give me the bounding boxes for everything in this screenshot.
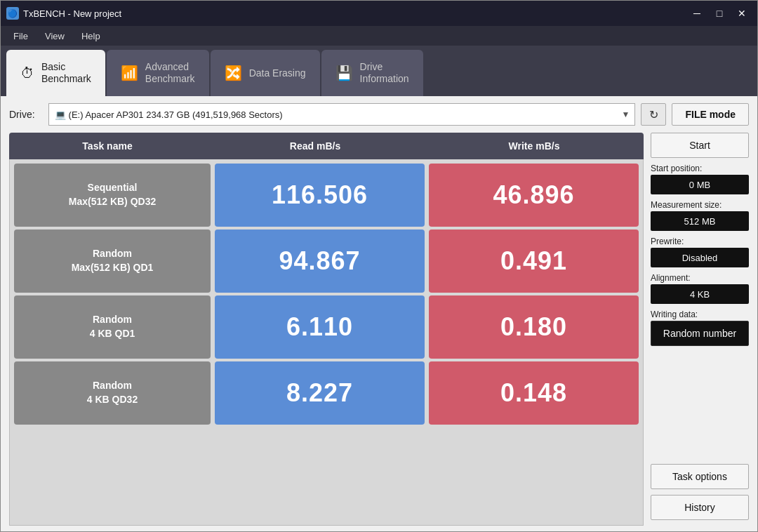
start-position-label: Start position: bbox=[651, 164, 749, 173]
tab-data-erasing[interactable]: 🔀 Data Erasing bbox=[211, 50, 320, 96]
sidebar: Start Start position: 0 MB Measurement s… bbox=[651, 133, 749, 526]
menubar: File View Help bbox=[1, 26, 757, 46]
titlebar-title: TxBENCH - New project bbox=[23, 8, 121, 19]
table-row: Random4 KB QD32 8.227 0.148 bbox=[14, 361, 639, 425]
tab-erasing-label: Data Erasing bbox=[249, 67, 306, 79]
col-read: Read mB/s bbox=[206, 140, 425, 152]
task-name-sequential: SequentialMax(512 KB) QD32 bbox=[14, 164, 211, 227]
read-value-3: 6.110 bbox=[215, 295, 425, 359]
tab-drive-information[interactable]: 💾 DriveInformation bbox=[321, 50, 423, 96]
alignment-value: 4 KB bbox=[651, 284, 749, 304]
tab-basic-benchmark[interactable]: ⏱ BasicBenchmark bbox=[6, 50, 105, 96]
history-button[interactable]: History bbox=[651, 495, 749, 520]
task-name-random-512: RandomMax(512 KB) QD1 bbox=[14, 230, 211, 293]
write-value-4: 0.148 bbox=[429, 361, 639, 425]
write-value-2: 0.491 bbox=[429, 230, 639, 293]
table-row: SequentialMax(512 KB) QD32 116.506 46.89… bbox=[14, 164, 639, 227]
prewrite-value: Disabled bbox=[651, 248, 749, 267]
measurement-size-value: 512 MB bbox=[651, 211, 749, 231]
col-write: Write mB/s bbox=[425, 140, 644, 152]
read-value-4: 8.227 bbox=[215, 361, 425, 425]
drive-row: Drive: 💻 (E:) Apacer AP301 234.37 GB (49… bbox=[9, 103, 749, 126]
measurement-size-label: Measurement size: bbox=[651, 200, 749, 210]
basic-benchmark-icon: ⏱ bbox=[20, 65, 34, 81]
app-icon: 🔵 bbox=[6, 7, 19, 20]
table-row: Random4 KB QD1 6.110 0.180 bbox=[14, 295, 639, 359]
minimize-button[interactable]: ─ bbox=[687, 6, 707, 21]
writing-data-value[interactable]: Random number bbox=[651, 321, 749, 346]
menu-file[interactable]: File bbox=[6, 29, 35, 44]
start-position-value: 0 MB bbox=[651, 175, 749, 194]
table-header: Task name Read mB/s Write mB/s bbox=[9, 133, 644, 159]
tab-advanced-label: AdvancedBenchmark bbox=[145, 61, 195, 85]
titlebar-left: 🔵 TxBENCH - New project bbox=[6, 7, 121, 20]
read-value-2: 94.867 bbox=[215, 230, 425, 293]
titlebar-controls: ─ □ ✕ bbox=[687, 6, 752, 21]
content-body: Task name Read mB/s Write mB/s Sequentia… bbox=[9, 133, 749, 526]
prewrite-label: Prewrite: bbox=[651, 237, 749, 246]
table-row: RandomMax(512 KB) QD1 94.867 0.491 bbox=[14, 230, 639, 293]
main-content: Drive: 💻 (E:) Apacer AP301 234.37 GB (49… bbox=[1, 96, 757, 532]
write-value-1: 46.896 bbox=[429, 164, 639, 227]
tab-basic-label: BasicBenchmark bbox=[41, 61, 91, 85]
refresh-button[interactable]: ↻ bbox=[641, 103, 666, 126]
drive-information-icon: 💾 bbox=[335, 65, 353, 81]
menu-help[interactable]: Help bbox=[74, 29, 107, 44]
task-options-button[interactable]: Task options bbox=[651, 464, 749, 489]
tab-drive-label: DriveInformation bbox=[360, 61, 409, 85]
menu-view[interactable]: View bbox=[38, 29, 72, 44]
table-body: SequentialMax(512 KB) QD32 116.506 46.89… bbox=[9, 159, 644, 526]
file-mode-button[interactable]: FILE mode bbox=[672, 103, 749, 126]
tab-advanced-benchmark[interactable]: 📶 AdvancedBenchmark bbox=[107, 50, 209, 96]
col-task-name: Task name bbox=[9, 140, 206, 152]
writing-data-label: Writing data: bbox=[651, 310, 749, 319]
alignment-label: Alignment: bbox=[651, 273, 749, 283]
drive-label: Drive: bbox=[9, 109, 43, 120]
read-value-1: 116.506 bbox=[215, 164, 425, 227]
advanced-benchmark-icon: 📶 bbox=[121, 65, 138, 81]
benchmark-area: Task name Read mB/s Write mB/s Sequentia… bbox=[9, 133, 644, 526]
start-button[interactable]: Start bbox=[651, 133, 749, 158]
close-button[interactable]: ✕ bbox=[732, 6, 752, 21]
data-erasing-icon: 🔀 bbox=[225, 65, 242, 81]
tabbar: ⏱ BasicBenchmark 📶 AdvancedBenchmark 🔀 D… bbox=[1, 46, 757, 96]
drive-select-wrapper: 💻 (E:) Apacer AP301 234.37 GB (491,519,9… bbox=[48, 103, 635, 126]
maximize-button[interactable]: □ bbox=[710, 6, 729, 21]
titlebar: 🔵 TxBENCH - New project ─ □ ✕ bbox=[1, 1, 757, 26]
task-name-random-4kb-qd32: Random4 KB QD32 bbox=[14, 361, 211, 425]
write-value-3: 0.180 bbox=[429, 295, 639, 359]
drive-select[interactable]: 💻 (E:) Apacer AP301 234.37 GB (491,519,9… bbox=[48, 103, 635, 126]
task-name-random-4kb-qd1: Random4 KB QD1 bbox=[14, 295, 211, 359]
